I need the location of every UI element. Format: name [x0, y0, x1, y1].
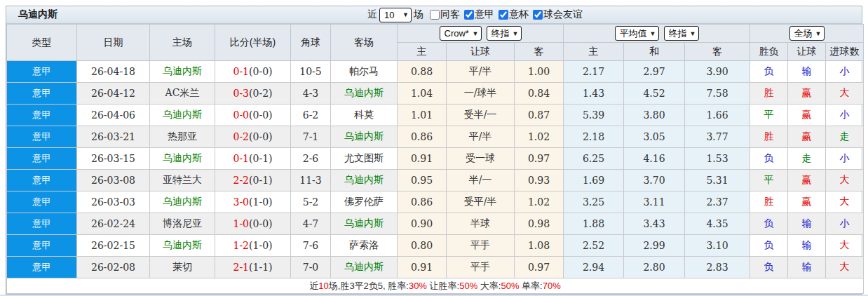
result-handicap: 输 [788, 257, 826, 278]
match-count-select[interactable]: 10 [379, 8, 412, 22]
score-cell: 2-2(0-1) [215, 170, 291, 191]
summary-segment: 50% [501, 281, 519, 291]
team-title: 乌迪内斯 [18, 8, 57, 21]
home-team: 乌迪内斯 [150, 148, 215, 170]
asian-away-odds: 1.08 [515, 235, 564, 257]
league-cell: 意甲 [7, 83, 77, 105]
match-history-table: 类型 日期 主场 比分(半场) 角球 客场 Crow* ▼ [6, 24, 864, 294]
filter-checkbox-label: 意杯 [494, 8, 529, 21]
result-group-header: 全场 ▼ [750, 25, 864, 43]
asian-home-odds: 1.04 [398, 83, 447, 105]
score-half: (0-0) [249, 66, 272, 77]
filter-checkbox[interactable] [499, 10, 508, 20]
asian-company-select[interactable]: Crow* [440, 26, 482, 41]
home-team: 乌迪内斯 [150, 105, 215, 126]
euro-odds-group-header: 平均值 ▼ 终指 ▼ [564, 25, 750, 43]
summary-segment: 让胜率: [427, 281, 459, 291]
euro-draw-odds: 3.11 [624, 191, 685, 213]
result-outcome: 负 [750, 257, 788, 278]
result-goals: 大 [826, 83, 864, 105]
score-full: 0-1 [233, 153, 249, 164]
score-full: 0-2 [233, 131, 249, 142]
asian-handicap: 平手 [447, 235, 515, 257]
euro-home-odds: 5.39 [564, 105, 624, 126]
score-cell: 0-0(0-0) [215, 105, 291, 126]
euro-away-odds: 2.83 [685, 257, 750, 278]
filter-controls: 近 10 ▼ 场 同客意甲意杯球会友谊 [367, 8, 583, 22]
summary-segment: 30% [409, 281, 427, 291]
score-cell: 1-0(0-0) [215, 213, 291, 235]
summary-segment: 大率: [477, 281, 501, 291]
result-outcome: 负 [750, 213, 788, 235]
league-cell: 意甲 [7, 235, 77, 257]
match-count-select-wrap: 10 ▼ [379, 8, 412, 22]
asian-handicap: 受一球 [447, 148, 515, 170]
score-half: (0-0) [249, 109, 272, 121]
filter-checkbox[interactable] [430, 10, 440, 20]
euro-draw-odds: 4.52 [624, 83, 685, 105]
col-header-euro-draw: 和 [624, 43, 685, 61]
euro-away-odds: 3.77 [685, 126, 750, 148]
corner-cell: 7-0 [291, 257, 331, 278]
euro-company-select-wrap: 平均值 ▼ [615, 26, 659, 41]
euro-home-odds: 2.94 [564, 257, 624, 278]
euro-draw-odds: 4.16 [624, 148, 685, 170]
euro-draw-odds: 2.97 [624, 61, 685, 83]
euro-home-odds: 1.43 [564, 83, 624, 105]
summary-segment: 10 [318, 281, 328, 291]
corner-cell: 10-5 [291, 61, 331, 83]
period-select[interactable]: 全场 [789, 26, 825, 41]
home-team: AC米兰 [150, 83, 215, 105]
filter-checkbox-text: 意杯 [509, 8, 529, 21]
asian-handicap: 受半/一 [447, 105, 515, 126]
score-cell: 0-1(0-1) [215, 148, 291, 170]
score-half: (0-0) [249, 218, 272, 229]
result-outcome: 胜 [750, 126, 788, 148]
result-handicap: 赢 [788, 126, 826, 148]
euro-home-odds: 2.18 [564, 126, 624, 148]
col-header-corner: 角球 [291, 25, 331, 61]
asian-handicap: 受平/半 [447, 191, 515, 213]
filter-checkbox-label: 球会友谊 [529, 8, 583, 21]
result-handicap: 赢 [788, 191, 826, 213]
score-full: 0-3 [233, 88, 249, 99]
home-team: 博洛尼亚 [150, 213, 215, 235]
filter-checkbox-text: 球会友谊 [543, 8, 583, 21]
match-row: 意甲 26-02-08 莱切 2-1(1-1) 7-0 乌迪内斯 0.91 平手… [7, 257, 864, 278]
filter-checkbox[interactable] [464, 10, 474, 20]
asian-odds-time-select[interactable]: 终指 [487, 26, 522, 41]
euro-odds-time-select[interactable]: 终指 [664, 26, 699, 41]
result-outcome: 胜 [750, 83, 788, 105]
result-goals: 小 [826, 61, 864, 83]
result-outcome: 胜 [750, 191, 788, 213]
period-select-wrap: 全场 ▼ [789, 26, 825, 41]
score-half: (1-0) [249, 196, 272, 208]
away-team: 乌迪内斯 [331, 170, 398, 191]
corner-cell: 7-6 [291, 235, 331, 257]
home-team: 乌迪内斯 [150, 235, 215, 257]
corner-cell: 5-2 [291, 191, 331, 213]
match-date: 26-04-06 [77, 105, 150, 126]
score-full: 2-2 [233, 175, 249, 186]
result-goals: 大 [826, 170, 864, 191]
league-cell: 意甲 [7, 257, 77, 278]
euro-draw-odds: 3.80 [624, 105, 685, 126]
league-cell: 意甲 [7, 191, 77, 213]
score-full: 2-1 [233, 262, 249, 273]
match-row: 意甲 26-04-12 AC米兰 0-3(0-2) 4-3 乌迪内斯 1.04 … [7, 83, 864, 105]
match-row: 意甲 26-02-24 博洛尼亚 1-0(0-0) 4-7 乌迪内斯 0.90 … [7, 213, 864, 235]
result-handicap: 输 [788, 213, 826, 235]
away-team: 乌迪内斯 [331, 257, 398, 278]
asian-away-odds: 1.02 [515, 126, 564, 148]
col-header-away: 客场 [331, 25, 398, 61]
col-header-date: 日期 [77, 25, 150, 61]
filter-checkbox[interactable] [533, 10, 543, 20]
asian-company-select-wrap: Crow* ▼ [440, 26, 482, 41]
euro-company-select[interactable]: 平均值 [615, 26, 659, 41]
score-cell: 0-1(0-0) [215, 61, 291, 83]
col-header-home: 主场 [150, 25, 215, 61]
league-cell: 意甲 [7, 170, 77, 191]
asian-home-odds: 0.91 [398, 257, 447, 278]
match-date: 26-03-03 [77, 191, 150, 213]
euro-away-odds: 4.35 [685, 213, 750, 235]
